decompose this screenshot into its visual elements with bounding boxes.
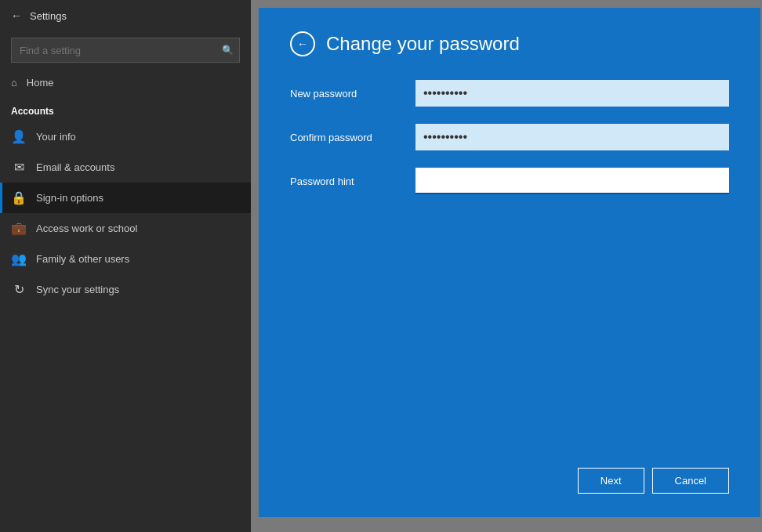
email-icon: ✉: [11, 160, 27, 175]
password-hint-label: Password hint: [290, 176, 415, 187]
sidebar-item-sign-in-label: Sign-in options: [36, 192, 103, 204]
sidebar-item-sync-settings[interactable]: ↻ Sync your settings: [0, 274, 251, 305]
sidebar-item-access-work-school[interactable]: 💼 Access work or school: [0, 213, 251, 244]
sidebar-item-your-info-label: Your info: [36, 131, 76, 143]
cancel-button[interactable]: Cancel: [652, 468, 729, 494]
sidebar-item-home[interactable]: ⌂ Home: [0, 69, 251, 96]
sidebar-item-access-work-school-label: Access work or school: [36, 223, 137, 234]
password-hint-row: Password hint: [290, 168, 729, 194]
new-password-input[interactable]: [415, 80, 729, 107]
dialog-title-row: ← Change your password: [290, 31, 729, 56]
dialog-title: Change your password: [326, 33, 520, 55]
confirm-password-input[interactable]: [415, 124, 729, 150]
sidebar-section-label: Accounts: [0, 96, 251, 121]
sidebar-item-sign-in-options[interactable]: 🔒 Sign-in options: [0, 183, 251, 213]
confirm-password-row: Confirm password: [290, 124, 729, 150]
next-button[interactable]: Next: [578, 468, 644, 494]
sidebar-item-sync-settings-label: Sync your settings: [36, 284, 119, 295]
sidebar-item-family-other-users[interactable]: 👥 Family & other users: [0, 244, 251, 274]
search-box: 🔍: [11, 38, 240, 63]
main-content: ← Change your password New password Conf…: [251, 0, 762, 532]
sidebar-title: Settings: [30, 10, 67, 22]
password-hint-input[interactable]: [415, 168, 729, 194]
sidebar-item-email-accounts[interactable]: ✉ Email & accounts: [0, 152, 251, 183]
new-password-row: New password: [290, 80, 729, 107]
back-icon[interactable]: ←: [11, 9, 22, 22]
sidebar-item-your-info[interactable]: 👤 Your info: [0, 121, 251, 152]
dialog-footer: Next Cancel: [578, 468, 729, 494]
work-icon: 💼: [11, 221, 27, 236]
your-info-icon: 👤: [11, 129, 27, 144]
sidebar-item-home-label: Home: [27, 77, 54, 89]
search-input[interactable]: [11, 38, 240, 63]
sidebar-item-family-other-users-label: Family & other users: [36, 253, 129, 265]
family-icon: 👥: [11, 252, 27, 266]
search-icon: 🔍: [222, 45, 234, 56]
dialog-back-button[interactable]: ←: [290, 31, 315, 56]
sidebar: ← Settings 🔍 ⌂ Home Accounts 👤 Your info…: [0, 0, 251, 532]
home-icon: ⌂: [11, 77, 17, 89]
new-password-label: New password: [290, 88, 415, 100]
dialog-panel: ← Change your password New password Conf…: [259, 8, 760, 517]
dialog-back-icon: ←: [297, 38, 308, 50]
sync-icon: ↻: [11, 282, 27, 297]
sidebar-header: ← Settings: [0, 0, 251, 31]
sign-in-icon: 🔒: [11, 190, 27, 205]
sidebar-item-email-accounts-label: Email & accounts: [36, 161, 114, 173]
confirm-password-label: Confirm password: [290, 132, 415, 143]
